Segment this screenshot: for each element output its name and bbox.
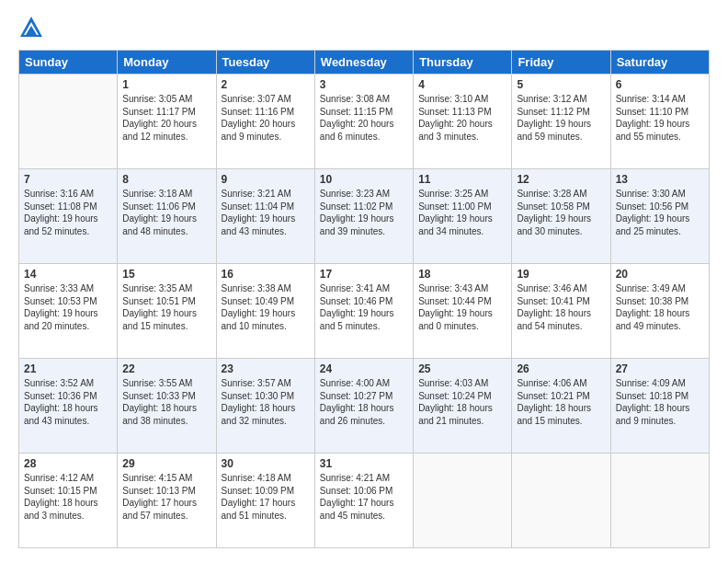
calendar-cell (610, 454, 709, 548)
day-number: 15 (122, 268, 210, 281)
day-number: 22 (122, 362, 210, 375)
day-info: Sunrise: 3:33 AM Sunset: 10:53 PM Daylig… (24, 282, 112, 332)
calendar-cell: 22Sunrise: 3:55 AM Sunset: 10:33 PM Dayl… (118, 359, 216, 454)
day-number: 24 (320, 362, 408, 375)
day-number: 25 (418, 362, 506, 375)
day-info: Sunrise: 4:06 AM Sunset: 10:21 PM Daylig… (517, 377, 605, 427)
calendar-cell: 20Sunrise: 3:49 AM Sunset: 10:38 PM Dayl… (610, 264, 709, 359)
day-number: 19 (517, 268, 605, 281)
day-info: Sunrise: 3:23 AM Sunset: 11:02 PM Daylig… (320, 188, 408, 237)
day-info: Sunrise: 3:18 AM Sunset: 11:06 PM Daylig… (122, 188, 210, 237)
calendar-cell (512, 454, 610, 548)
day-info: Sunrise: 3:57 AM Sunset: 10:30 PM Daylig… (222, 377, 310, 427)
calendar-cell: 30Sunrise: 4:18 AM Sunset: 10:09 PM Dayl… (216, 454, 314, 548)
calendar-cell: 19Sunrise: 3:46 AM Sunset: 10:41 PM Dayl… (512, 264, 610, 359)
day-number: 6 (616, 78, 704, 91)
calendar-cell: 13Sunrise: 3:30 AM Sunset: 10:56 PM Dayl… (610, 169, 709, 264)
calendar-cell: 2Sunrise: 3:07 AM Sunset: 11:16 PM Dayli… (216, 75, 314, 169)
header (18, 15, 710, 40)
calendar-cell (19, 75, 118, 169)
day-info: Sunrise: 3:16 AM Sunset: 11:08 PM Daylig… (24, 188, 112, 237)
day-info: Sunrise: 3:12 AM Sunset: 11:12 PM Daylig… (517, 93, 605, 143)
day-info: Sunrise: 4:15 AM Sunset: 10:13 PM Daylig… (122, 472, 210, 522)
calendar-cell: 10Sunrise: 3:23 AM Sunset: 11:02 PM Dayl… (314, 169, 413, 264)
col-header-thursday: Thursday (414, 51, 512, 75)
day-number: 30 (222, 457, 310, 470)
calendar-cell: 15Sunrise: 3:35 AM Sunset: 10:51 PM Dayl… (118, 264, 216, 359)
day-info: Sunrise: 4:09 AM Sunset: 10:18 PM Daylig… (616, 377, 704, 427)
calendar-week-row: 28Sunrise: 4:12 AM Sunset: 10:15 PM Dayl… (19, 454, 710, 548)
calendar-cell: 27Sunrise: 4:09 AM Sunset: 10:18 PM Dayl… (610, 359, 709, 454)
day-number: 20 (616, 268, 704, 281)
calendar-cell (414, 454, 512, 548)
calendar-cell: 17Sunrise: 3:41 AM Sunset: 10:46 PM Dayl… (314, 264, 413, 359)
calendar-cell: 8Sunrise: 3:18 AM Sunset: 11:06 PM Dayli… (118, 169, 216, 264)
day-info: Sunrise: 3:46 AM Sunset: 10:41 PM Daylig… (517, 282, 605, 332)
calendar-cell: 4Sunrise: 3:10 AM Sunset: 11:13 PM Dayli… (414, 75, 512, 169)
calendar-week-row: 7Sunrise: 3:16 AM Sunset: 11:08 PM Dayli… (19, 169, 710, 264)
calendar-table: SundayMondayTuesdayWednesdayThursdayFrid… (18, 50, 710, 548)
day-number: 13 (616, 173, 704, 186)
day-number: 1 (122, 78, 210, 91)
calendar-cell: 3Sunrise: 3:08 AM Sunset: 11:15 PM Dayli… (314, 75, 413, 169)
day-info: Sunrise: 3:07 AM Sunset: 11:16 PM Daylig… (222, 93, 310, 143)
day-info: Sunrise: 3:25 AM Sunset: 11:00 PM Daylig… (418, 188, 506, 237)
day-number: 7 (24, 173, 112, 186)
logo-icon (18, 15, 44, 40)
calendar-cell: 7Sunrise: 3:16 AM Sunset: 11:08 PM Dayli… (19, 169, 118, 264)
day-number: 5 (517, 78, 605, 91)
calendar-page: SundayMondayTuesdayWednesdayThursdayFrid… (0, 0, 728, 563)
day-info: Sunrise: 4:12 AM Sunset: 10:15 PM Daylig… (24, 472, 112, 522)
day-info: Sunrise: 3:49 AM Sunset: 10:38 PM Daylig… (616, 282, 704, 332)
day-number: 9 (222, 173, 310, 186)
day-number: 21 (24, 362, 112, 375)
calendar-cell: 24Sunrise: 4:00 AM Sunset: 10:27 PM Dayl… (314, 359, 413, 454)
day-number: 14 (24, 268, 112, 281)
day-number: 8 (122, 173, 210, 186)
day-info: Sunrise: 4:03 AM Sunset: 10:24 PM Daylig… (418, 377, 506, 427)
day-number: 23 (222, 362, 310, 375)
day-info: Sunrise: 3:28 AM Sunset: 10:58 PM Daylig… (517, 188, 605, 237)
calendar-cell: 1Sunrise: 3:05 AM Sunset: 11:17 PM Dayli… (118, 75, 216, 169)
day-info: Sunrise: 3:35 AM Sunset: 10:51 PM Daylig… (122, 282, 210, 332)
day-info: Sunrise: 3:21 AM Sunset: 11:04 PM Daylig… (222, 188, 310, 237)
day-number: 3 (320, 78, 408, 91)
day-number: 17 (320, 268, 408, 281)
calendar-week-row: 14Sunrise: 3:33 AM Sunset: 10:53 PM Dayl… (19, 264, 710, 359)
calendar-header-row: SundayMondayTuesdayWednesdayThursdayFrid… (19, 51, 710, 75)
day-number: 29 (122, 457, 210, 470)
day-info: Sunrise: 3:38 AM Sunset: 10:49 PM Daylig… (222, 282, 310, 332)
day-info: Sunrise: 4:21 AM Sunset: 10:06 PM Daylig… (320, 472, 408, 522)
calendar-cell: 9Sunrise: 3:21 AM Sunset: 11:04 PM Dayli… (216, 169, 314, 264)
day-info: Sunrise: 3:05 AM Sunset: 11:17 PM Daylig… (122, 93, 210, 143)
calendar-cell: 11Sunrise: 3:25 AM Sunset: 11:00 PM Dayl… (414, 169, 512, 264)
calendar-cell: 29Sunrise: 4:15 AM Sunset: 10:13 PM Dayl… (118, 454, 216, 548)
calendar-cell: 28Sunrise: 4:12 AM Sunset: 10:15 PM Dayl… (19, 454, 118, 548)
calendar-cell: 18Sunrise: 3:43 AM Sunset: 10:44 PM Dayl… (414, 264, 512, 359)
day-number: 28 (24, 457, 112, 470)
calendar-cell: 12Sunrise: 3:28 AM Sunset: 10:58 PM Dayl… (512, 169, 610, 264)
day-number: 27 (616, 362, 704, 375)
calendar-cell: 14Sunrise: 3:33 AM Sunset: 10:53 PM Dayl… (19, 264, 118, 359)
day-info: Sunrise: 3:55 AM Sunset: 10:33 PM Daylig… (122, 377, 210, 427)
day-info: Sunrise: 3:14 AM Sunset: 11:10 PM Daylig… (616, 93, 704, 143)
col-header-monday: Monday (118, 51, 216, 75)
calendar-cell: 26Sunrise: 4:06 AM Sunset: 10:21 PM Dayl… (512, 359, 610, 454)
day-number: 11 (418, 173, 506, 186)
calendar-cell: 25Sunrise: 4:03 AM Sunset: 10:24 PM Dayl… (414, 359, 512, 454)
day-info: Sunrise: 3:08 AM Sunset: 11:15 PM Daylig… (320, 93, 408, 143)
col-header-tuesday: Tuesday (216, 51, 314, 75)
day-info: Sunrise: 3:52 AM Sunset: 10:36 PM Daylig… (24, 377, 112, 427)
col-header-friday: Friday (512, 51, 610, 75)
day-number: 2 (222, 78, 310, 91)
day-info: Sunrise: 3:41 AM Sunset: 10:46 PM Daylig… (320, 282, 408, 332)
col-header-sunday: Sunday (19, 51, 118, 75)
col-header-wednesday: Wednesday (314, 51, 413, 75)
day-number: 4 (418, 78, 506, 91)
day-info: Sunrise: 4:00 AM Sunset: 10:27 PM Daylig… (320, 377, 408, 427)
day-info: Sunrise: 3:10 AM Sunset: 11:13 PM Daylig… (418, 93, 506, 143)
day-number: 10 (320, 173, 408, 186)
col-header-saturday: Saturday (610, 51, 709, 75)
logo (18, 15, 48, 40)
day-info: Sunrise: 3:30 AM Sunset: 10:56 PM Daylig… (616, 188, 704, 237)
